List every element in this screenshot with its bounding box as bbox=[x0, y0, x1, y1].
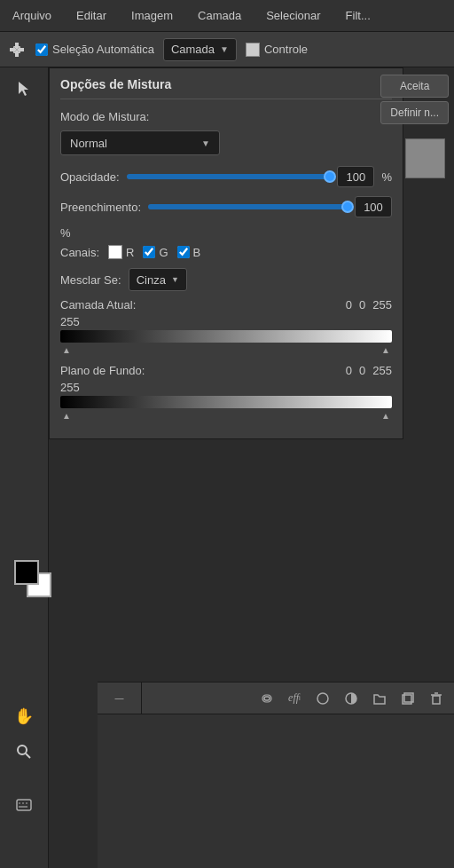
menubar: Arquivo Editar Imagem Camada Selecionar … bbox=[0, 0, 454, 32]
channel-r-swatch bbox=[108, 245, 122, 259]
foreground-color-swatch[interactable] bbox=[14, 560, 39, 585]
fill-slider-track bbox=[148, 204, 348, 209]
fill-row: Preenchimento: 100 bbox=[60, 196, 392, 217]
keyboard-tool-btn[interactable] bbox=[10, 791, 38, 819]
channels-row: Canais: R G B bbox=[60, 245, 392, 259]
control-checkbox[interactable] bbox=[246, 43, 260, 57]
current-layer-v2: 0 bbox=[359, 298, 365, 312]
channel-r-label: R bbox=[126, 246, 134, 259]
blend-options-panel: Opções de Mistura Modo de Mistura: Norma… bbox=[49, 67, 403, 439]
current-layer-v1: 0 bbox=[346, 298, 352, 312]
channel-g-checkbox[interactable] bbox=[143, 246, 155, 258]
fill-label: Preenchimento: bbox=[60, 201, 141, 214]
side-buttons: Aceita Definir n... bbox=[375, 67, 454, 131]
current-layer-gradient-container[interactable]: ▲ ▲ bbox=[60, 330, 392, 355]
left-panel: ✋ bbox=[0, 67, 49, 868]
opacity-label: Opacidade: bbox=[60, 170, 120, 184]
background-right-arrow-icon: ▲ bbox=[381, 411, 390, 421]
define-button[interactable]: Definir n... bbox=[380, 101, 449, 124]
new-layer-icon[interactable] bbox=[397, 688, 419, 709]
blend-if-value: Cinza bbox=[137, 273, 166, 287]
menu-editar[interactable]: Editar bbox=[71, 5, 112, 26]
layers-area bbox=[98, 714, 454, 868]
background-gradient-container[interactable]: ▲ ▲ bbox=[60, 396, 392, 421]
opacity-unit: % bbox=[381, 170, 392, 184]
adjustment-layer-icon[interactable] bbox=[312, 688, 333, 709]
blend-mode-chevron-icon: ▼ bbox=[201, 138, 210, 148]
current-layer-gradient-track bbox=[60, 330, 392, 343]
half-circle-icon[interactable] bbox=[340, 688, 362, 709]
background-v1: 0 bbox=[346, 364, 352, 377]
background-label-row: Plano de Fundo: 0 0 255 bbox=[60, 364, 392, 377]
channel-b-checkbox[interactable] bbox=[177, 246, 190, 258]
delete-layer-icon[interactable] bbox=[426, 688, 447, 709]
toolbar: Seleção Automática Camada ▼ Controle bbox=[0, 32, 454, 67]
current-layer-values: 0 0 255 bbox=[346, 298, 392, 312]
layer-dropdown[interactable]: Camada ▼ bbox=[163, 38, 237, 61]
fx-icon[interactable]: eff i bbox=[284, 688, 305, 709]
opacity-slider-container bbox=[127, 170, 331, 183]
auto-select-label: Seleção Automática bbox=[52, 43, 154, 56]
menu-camada[interactable]: Camada bbox=[192, 5, 247, 26]
blend-if-dropdown[interactable]: Cinza ▼ bbox=[129, 268, 187, 291]
background-section: Plano de Fundo: 0 0 255 255 ▲ ▲ bbox=[60, 364, 392, 421]
opacity-slider-thumb[interactable] bbox=[324, 170, 336, 183]
move-tool-icon[interactable] bbox=[7, 40, 27, 59]
menu-imagem[interactable]: Imagem bbox=[126, 5, 178, 26]
move-tool-btn[interactable] bbox=[10, 75, 38, 103]
svg-rect-12 bbox=[433, 696, 440, 704]
channel-b-label: B bbox=[193, 246, 201, 259]
fill-value-box[interactable]: 100 bbox=[355, 196, 392, 217]
chevron-down-icon: ▼ bbox=[220, 44, 229, 54]
layers-toolbar: eff i bbox=[98, 683, 454, 714]
bottom-panel: — eff i bbox=[98, 682, 454, 868]
menu-arquivo[interactable]: Arquivo bbox=[7, 5, 57, 26]
current-layer-section: Camada Atual: 0 0 255 255 ▲ ▲ bbox=[60, 298, 392, 355]
blend-if-row: Mesclar Se: Cinza ▼ bbox=[60, 268, 392, 291]
channel-b-item: B bbox=[177, 246, 201, 259]
control-label: Controle bbox=[264, 43, 308, 56]
blend-mode-row: Modo de Mistura: bbox=[60, 110, 392, 123]
opacity-value-box[interactable]: 100 bbox=[337, 166, 374, 187]
auto-select-group: Seleção Automática bbox=[35, 43, 154, 56]
menu-filt[interactable]: Filt... bbox=[340, 5, 376, 26]
accept-button[interactable]: Aceita bbox=[380, 75, 449, 98]
panel-title: Opções de Mistura bbox=[60, 77, 392, 99]
zoom-tool-btn[interactable] bbox=[10, 738, 38, 766]
current-layer-v4: 255 bbox=[60, 315, 80, 328]
hand-tool-btn[interactable]: ✋ bbox=[10, 702, 38, 730]
background-values: 0 0 255 bbox=[346, 364, 392, 377]
blend-mode-dropdown[interactable]: Normal ▼ bbox=[60, 130, 220, 155]
opacity-value: 100 bbox=[347, 170, 366, 184]
main-area: Opções de Mistura Modo de Mistura: Norma… bbox=[49, 67, 454, 868]
channel-g-item: G bbox=[143, 246, 168, 259]
new-group-icon[interactable] bbox=[369, 688, 390, 709]
current-layer-left-arrow-icon: ▲ bbox=[62, 345, 71, 355]
current-layer-label: Camada Atual: bbox=[60, 298, 136, 312]
channel-g-label: G bbox=[159, 246, 168, 259]
colors-area bbox=[14, 560, 51, 597]
background-v3: 255 bbox=[372, 364, 392, 377]
background-left-arrow-icon: ▲ bbox=[62, 411, 71, 421]
background-gradient-track bbox=[60, 396, 392, 408]
layers-panel-min-icon[interactable]: — bbox=[115, 693, 124, 703]
auto-select-checkbox[interactable] bbox=[35, 43, 48, 56]
blend-mode-value: Normal bbox=[70, 137, 107, 150]
blend-if-chevron-icon: ▼ bbox=[171, 275, 179, 284]
layer-dropdown-label: Camada bbox=[171, 43, 215, 56]
gray-preview-square bbox=[405, 138, 445, 178]
blend-mode-dropdown-row: Normal ▼ bbox=[60, 130, 392, 155]
fill-slider-thumb[interactable] bbox=[341, 201, 354, 213]
background-label: Plano de Fundo: bbox=[60, 364, 145, 377]
svg-rect-3 bbox=[17, 800, 31, 810]
link-icon[interactable] bbox=[255, 688, 277, 709]
svg-marker-0 bbox=[19, 82, 28, 96]
background-v4: 255 bbox=[60, 381, 80, 394]
background-v2: 0 bbox=[359, 364, 365, 377]
blend-if-label: Mesclar Se: bbox=[60, 273, 121, 287]
menu-selecionar[interactable]: Selecionar bbox=[261, 5, 325, 26]
fill-slider-container bbox=[148, 201, 348, 213]
blend-mode-label: Modo de Mistura: bbox=[60, 110, 149, 123]
current-layer-right-arrow-icon: ▲ bbox=[381, 345, 390, 355]
current-layer-v3: 255 bbox=[372, 298, 392, 312]
